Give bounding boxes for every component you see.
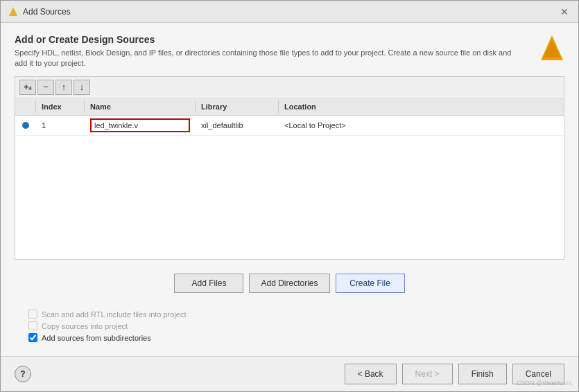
add-subdirs-checkbox[interactable] xyxy=(28,333,37,342)
section-header: Add or Create Design Sources Specify HDL… xyxy=(15,34,564,69)
add-directories-button[interactable]: Add Directories xyxy=(249,274,329,293)
help-button[interactable]: ? xyxy=(15,366,31,382)
table-container: +4 − ↑ ↓ Index Name Library Location xyxy=(15,76,564,260)
row-name: led_twinkle.v xyxy=(85,116,196,135)
finish-button[interactable]: Finish xyxy=(458,364,507,384)
remove-row-button[interactable]: − xyxy=(37,80,54,95)
dialog: Add Sources ✕ Add or Create Design Sourc… xyxy=(0,0,579,392)
next-button[interactable]: Next > xyxy=(402,364,453,384)
close-button[interactable]: ✕ xyxy=(558,6,571,18)
window-title: Add Sources xyxy=(23,7,71,17)
checkbox-copy-sources[interactable]: Copy sources into project xyxy=(28,321,551,330)
col-header-library: Library xyxy=(196,100,279,113)
footer-right: < Back Next > Finish Cancel xyxy=(345,364,564,384)
section-title: Add or Create Design Sources xyxy=(15,34,533,45)
table-body: 1 led_twinkle.v xil_defaultlib <Local to… xyxy=(15,116,564,259)
col-header-status xyxy=(15,100,36,113)
row-status xyxy=(15,119,36,132)
back-button[interactable]: < Back xyxy=(345,364,397,384)
row-index: 1 xyxy=(36,118,85,132)
create-file-button[interactable]: Create File xyxy=(336,274,405,293)
col-header-location: Location xyxy=(279,100,564,113)
checkboxes-section: Scan and add RTL include files into proj… xyxy=(15,307,564,345)
title-bar: Add Sources ✕ xyxy=(1,1,578,23)
section-description: Specify HDL, netlist, Block Design, and … xyxy=(15,48,514,69)
footer-left: ? xyxy=(15,366,31,382)
copy-sources-checkbox[interactable] xyxy=(28,321,37,330)
svg-marker-0 xyxy=(9,7,17,16)
scan-rtl-checkbox[interactable] xyxy=(28,310,37,319)
checkbox-scan-rtl[interactable]: Scan and add RTL include files into proj… xyxy=(28,310,551,319)
name-cell-border: led_twinkle.v xyxy=(90,118,190,132)
col-header-index: Index xyxy=(36,100,85,113)
main-content: Add or Create Design Sources Specify HDL… xyxy=(1,23,578,356)
move-down-button[interactable]: ↓ xyxy=(74,80,90,95)
xilinx-logo xyxy=(539,34,564,62)
table-toolbar: +4 − ↑ ↓ xyxy=(15,77,564,98)
add-files-button[interactable]: Add Files xyxy=(174,274,243,293)
table-row[interactable]: 1 led_twinkle.v xil_defaultlib <Local to… xyxy=(15,116,564,136)
row-location: <Local to Project> xyxy=(279,118,564,132)
status-dot xyxy=(22,122,29,129)
add-row-button[interactable]: +4 xyxy=(19,80,36,95)
col-header-name: Name xyxy=(85,100,196,113)
section-header-text: Add or Create Design Sources Specify HDL… xyxy=(15,34,533,69)
cancel-button[interactable]: Cancel xyxy=(512,364,564,384)
action-buttons-row: Add Files Add Directories Create File xyxy=(15,267,564,300)
move-up-button[interactable]: ↑ xyxy=(55,80,72,95)
app-icon xyxy=(8,6,19,17)
row-library: xil_defaultlib xyxy=(196,118,279,132)
checkbox-add-subdirs[interactable]: Add sources from subdirectories xyxy=(28,333,551,342)
table-header: Index Name Library Location xyxy=(15,98,564,116)
title-bar-left: Add Sources xyxy=(8,6,71,17)
footer: ? < Back Next > Finish Cancel xyxy=(1,356,578,391)
